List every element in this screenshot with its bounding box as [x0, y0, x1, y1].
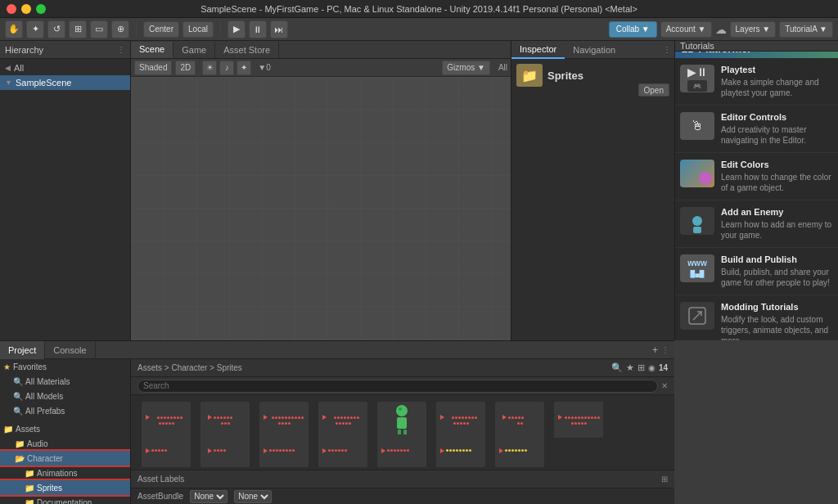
play-button[interactable]: ▶ [228, 20, 246, 38]
asset-bundle-select[interactable]: None [190, 490, 228, 503]
rotate-tool-button[interactable]: ↺ [47, 20, 65, 38]
world-button[interactable]: Local [182, 21, 214, 38]
assets-header[interactable]: 📁 Assets [0, 421, 130, 436]
tutorial-modding-thumb [680, 302, 714, 330]
asset-enemy-idle[interactable]: EnemyIdle [255, 400, 313, 438]
hierarchy-options-icon[interactable]: ⋮ [117, 45, 125, 54]
asset-token-spin[interactable]: TokenSpin [491, 433, 548, 470]
all-models-icon: 🔍 [13, 392, 23, 401]
folder-documentation[interactable]: 📁 Documentation [0, 495, 130, 504]
favorites-star-icon: ★ [3, 362, 11, 371]
tutorial-colors-desc: Learn how to change the color of a game … [721, 172, 833, 193]
favorites-header[interactable]: ★ Favorites [0, 359, 130, 374]
asset-player-land[interactable]: PlayerLand [196, 433, 254, 470]
tab-game[interactable]: Game [173, 42, 215, 58]
player-run-thumb [259, 434, 309, 467]
search-icon-btn[interactable]: 🔍 [611, 362, 623, 373]
tutorial-build-desc: Build, publish, and share your game for … [721, 267, 833, 288]
pause-button[interactable]: ⏸ [249, 20, 267, 38]
all-arrow: ◀ [5, 64, 11, 72]
minimize-button[interactable] [21, 4, 31, 14]
tutorial-build-publish[interactable]: www█▄█ Build and Publish Build, publish,… [675, 248, 838, 295]
asset-enemy-hurt[interactable]: EnemyHurt [196, 400, 254, 438]
tutorial-playtest[interactable]: ▶⏸ 🎮 Playtest Make a simple change and p… [675, 58, 838, 106]
hierarchy-all[interactable]: ◀ All [0, 61, 130, 75]
asset-player-jump[interactable]: PlayerJump [137, 433, 195, 470]
asset-player-vict[interactable]: PlayerVict... [373, 433, 430, 470]
gizmos-button[interactable]: Gizmos ▼ [442, 61, 490, 75]
tutorial-modding-title: Modding Tutorials [721, 302, 833, 312]
open-button[interactable]: Open [638, 83, 669, 97]
tutorial-editor-controls[interactable]: 🖱 Editor Controls Add creativity to mast… [675, 106, 838, 153]
player-dead-thumb [436, 402, 485, 438]
hierarchy-all-label: All [14, 63, 24, 73]
asset-player-idle[interactable]: PlayerIdle [550, 400, 607, 438]
account-button[interactable]: Account ▼ [660, 21, 712, 38]
tab-inspector[interactable]: Inspector [511, 41, 565, 59]
tab-scene[interactable]: Scene [131, 42, 173, 58]
scene-view[interactable] [131, 77, 511, 340]
asset-enemy-run[interactable]: EnemyRun [314, 400, 372, 438]
tutorial-button[interactable]: TutorialA ▼ [779, 21, 833, 38]
tab-project[interactable]: Project [0, 341, 45, 359]
assets-folder-icon: 📁 [3, 425, 13, 434]
search-clear[interactable]: ✕ [661, 381, 668, 390]
all-models[interactable]: 🔍 All Models [0, 389, 130, 403]
shaded-button[interactable]: Shaded [134, 61, 172, 75]
inspector-options[interactable]: ⋮ [663, 45, 674, 54]
tab-navigation[interactable]: Navigation [565, 41, 624, 59]
move-tool-button[interactable]: ✦ [26, 20, 44, 38]
asset-grid-area: Assets > Character > Sprites 🔍 ★ ⊞ ◉ 14 … [131, 359, 674, 504]
maximize-button[interactable] [36, 4, 46, 14]
scene-toolbar-misc: ▼0 [258, 63, 270, 72]
asset-bundle-variant-select[interactable]: None [234, 490, 272, 503]
2d-button[interactable]: 2D [175, 61, 196, 75]
pivot-button[interactable]: Center [143, 21, 179, 38]
folder-animations[interactable]: 📁 Animations [0, 466, 130, 480]
collab-button[interactable]: Collab ▼ [609, 21, 657, 38]
add-button[interactable]: + [652, 344, 658, 356]
toolbar-separator-2 [220, 21, 221, 38]
audio-btn[interactable]: ♪ [219, 61, 234, 75]
bottom-options[interactable]: ⋮ [661, 345, 669, 354]
tab-console[interactable]: Console [45, 341, 95, 359]
asset-player-dead[interactable]: PlayerDea... [432, 400, 489, 438]
transform-tool-button[interactable]: ⊕ [111, 20, 129, 38]
view-tabs: Scene Game Asset Store [131, 41, 511, 59]
folder-character-label: Character [27, 454, 63, 463]
window-controls[interactable] [7, 4, 46, 14]
tutorial-add-enemy[interactable]: Add an Enemy Learn how to add an enemy t… [675, 200, 838, 248]
asset-token-cole[interactable]: TokenCole... [432, 433, 489, 470]
hierarchy-sample-scene[interactable]: ▼ SampleScene [0, 75, 130, 90]
tutorial-modding[interactable]: Modding Tutorials Modify the look, add c… [675, 295, 838, 340]
rect-tool-button[interactable]: ▭ [90, 20, 108, 38]
asset-player-spa[interactable]: PlayerSpa... [314, 433, 372, 470]
asset-enemy-dead[interactable]: EnemyDea... [137, 400, 195, 438]
assets-label: Assets [16, 425, 40, 434]
asset-player-hurt[interactable]: PlayerHurt [491, 400, 548, 438]
asset-labels-button[interactable]: ⊞ [661, 475, 668, 484]
folder-audio[interactable]: 📁 Audio [0, 436, 130, 451]
search-input[interactable] [137, 380, 658, 393]
favorites-label: Favorites [13, 362, 47, 371]
star-filter-btn[interactable]: ★ [626, 362, 634, 373]
hand-tool-button[interactable]: ✋ [5, 20, 23, 38]
all-materials[interactable]: 🔍 All Materials [0, 374, 130, 389]
folder-documentation-label: Documentation [37, 498, 92, 505]
folder-character[interactable]: 📂 Character [0, 451, 130, 466]
folder-sprites[interactable]: 📁 Sprites [0, 480, 130, 495]
fx-btn[interactable]: ✦ [237, 61, 251, 75]
step-button[interactable]: ⏭ [270, 20, 288, 38]
lighting-btn[interactable]: ☀ [202, 61, 217, 75]
asset-mr-allen[interactable]: Mr.Allen [373, 400, 430, 438]
layers-button[interactable]: Layers ▼ [730, 21, 777, 38]
animations-folder-icon: 📁 [25, 469, 34, 478]
tab-asset-store[interactable]: Asset Store [215, 42, 279, 58]
all-prefabs[interactable]: 🔍 All Prefabs [0, 403, 130, 418]
asset-player-run[interactable]: PlayerRun [255, 433, 313, 470]
sprites-folder-icon: 📁 [516, 64, 543, 87]
scale-tool-button[interactable]: ⊞ [69, 20, 87, 38]
close-button[interactable] [7, 4, 16, 14]
filter-btn[interactable]: ⊞ [638, 362, 645, 373]
tutorial-edit-colors[interactable]: Edit Colors Learn how to change the colo… [675, 153, 838, 200]
